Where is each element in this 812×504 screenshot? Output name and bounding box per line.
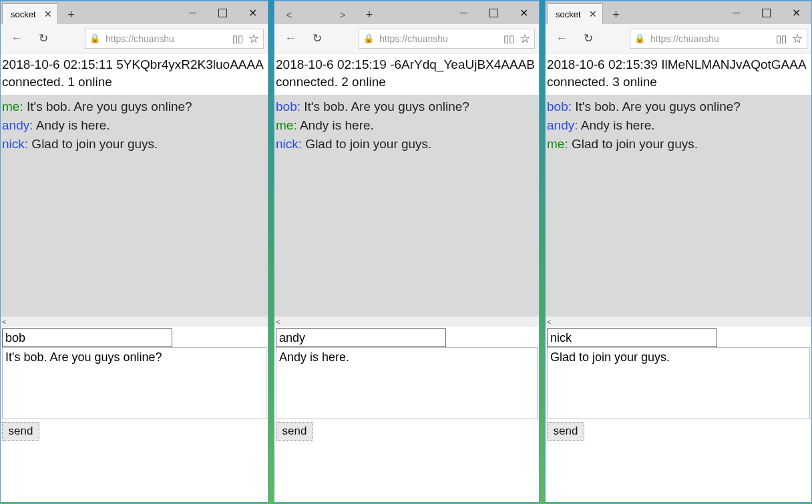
status-line-1: 2018-10-6 02:15:19 -6ArYdq_YeaUjBX4AAAB (276, 56, 538, 73)
chat-message: bob: It's bob. Are you guys online? (547, 97, 810, 116)
favorite-icon[interactable]: ☆ (520, 31, 530, 46)
chat-text: Andy is here. (578, 118, 654, 132)
chat-text: Andy is here. (33, 118, 110, 132)
tab-label: socket (11, 9, 36, 19)
chat-message: andy: Andy is here. (547, 116, 810, 135)
address-bar-row: ← ↻ 🔒 https://chuanshu ▯▯ ☆ (546, 24, 811, 53)
chat-log: bob: It's bob. Are you guys online?andy:… (546, 95, 811, 327)
tabstrip: < > + (274, 1, 449, 24)
tab-label: socket (556, 9, 581, 19)
minimize-button[interactable] (721, 1, 751, 24)
chat-sender: me: (2, 99, 23, 113)
chat-message: nick: Glad to join your guys. (276, 135, 538, 154)
chat-message: bob: It's bob. Are you guys online? (276, 97, 538, 116)
lock-icon: 🔒 (363, 33, 374, 43)
tabstrip: socket ✕ + (1, 1, 178, 24)
status-text: 2018-10-6 02:15:39 IlMeNLMANJvAQotGAAA c… (546, 53, 811, 95)
back-button[interactable]: ← (5, 27, 29, 51)
favorite-icon[interactable]: ☆ (792, 31, 803, 46)
username-input[interactable] (2, 328, 172, 347)
reading-view-icon[interactable]: ▯▯ (232, 33, 243, 45)
browser-tab[interactable]: socket ✕ (547, 3, 603, 24)
chat-text: It's bob. Are you guys online? (300, 99, 469, 113)
horizontal-scrollbar[interactable]: < (546, 316, 811, 327)
chat-text: It's bob. Are you guys online? (572, 99, 741, 113)
chat-sender: bob: (276, 99, 300, 113)
chat-sender: nick: (2, 137, 28, 151)
chat-sender: bob: (547, 99, 572, 113)
close-tab-icon[interactable]: ✕ (44, 9, 52, 19)
reading-view-icon[interactable]: ▯▯ (776, 33, 787, 45)
new-tab-button[interactable]: + (603, 3, 630, 24)
chat-message: me: It's bob. Are you guys online? (2, 97, 266, 116)
chat-message: me: Glad to join your guys. (547, 135, 810, 154)
lock-icon: 🔒 (89, 33, 100, 43)
window-controls: ✕ (178, 1, 268, 24)
browser-window-2: < > + ✕ ← ↻ 🔒 https://chuanshu ▯▯ ☆ 2018… (274, 0, 540, 503)
chat-sender: andy: (547, 118, 578, 132)
status-line-1: 2018-10-6 02:15:39 IlMeNLMANJvAQotGAAA (547, 56, 810, 73)
close-window-button[interactable]: ✕ (238, 1, 268, 24)
refresh-button[interactable]: ↻ (31, 27, 55, 51)
browser-window-1: socket ✕ + ✕ ← ↻ 🔒 https://chuanshu ▯▯ ☆… (0, 0, 268, 503)
username-input[interactable] (276, 328, 446, 347)
status-line-1: 2018-10-6 02:15:11 5YKQbr4yxR2K3luoAAAA (2, 56, 266, 73)
url-text: https://chuanshu (650, 33, 771, 44)
url-box[interactable]: 🔒 https://chuanshu ▯▯ ☆ (359, 29, 535, 49)
send-button[interactable]: send (276, 422, 313, 441)
back-button[interactable]: ← (550, 27, 574, 51)
url-box[interactable]: 🔒 https://chuanshu ▯▯ ☆ (85, 29, 264, 49)
minimize-button[interactable] (178, 1, 208, 24)
chat-text: Andy is here. (297, 118, 374, 132)
chat-sender: andy: (2, 118, 33, 132)
browser-tab[interactable]: socket ✕ (2, 3, 58, 24)
maximize-button[interactable] (479, 1, 509, 24)
titlebar: socket ✕ + ✕ (1, 1, 268, 24)
username-input[interactable] (547, 328, 717, 347)
close-window-button[interactable]: ✕ (509, 1, 539, 24)
chat-log: bob: It's bob. Are you guys online?me: A… (274, 95, 539, 327)
url-text: https://chuanshu (379, 33, 498, 44)
maximize-button[interactable] (208, 1, 238, 24)
minimize-button[interactable] (449, 1, 479, 24)
send-button[interactable]: send (2, 422, 39, 441)
close-tab-icon[interactable]: ✕ (589, 9, 597, 19)
chat-text: Glad to join your guys. (302, 137, 431, 151)
chat-text: It's bob. Are you guys online? (23, 99, 192, 113)
status-line-2: connected. 1 online (2, 73, 266, 91)
url-box[interactable]: 🔒 https://chuanshu ▯▯ ☆ (630, 29, 807, 49)
send-button[interactable]: send (547, 422, 584, 441)
address-bar-row: ← ↻ 🔒 https://chuanshu ▯▯ ☆ (1, 24, 268, 53)
lock-icon: 🔒 (634, 33, 645, 43)
window-controls: ✕ (449, 1, 539, 24)
new-tab-button[interactable]: + (58, 3, 85, 24)
status-line-2: connected. 3 online (547, 73, 810, 91)
new-tab-button[interactable]: + (356, 3, 383, 24)
window-controls: ✕ (721, 1, 811, 24)
address-bar-row: ← ↻ 🔒 https://chuanshu ▯▯ ☆ (274, 24, 539, 53)
status-text: 2018-10-6 02:15:19 -6ArYdq_YeaUjBX4AAAB … (274, 53, 539, 95)
chat-message: andy: Andy is here. (2, 116, 266, 135)
message-input[interactable] (276, 347, 538, 419)
titlebar: socket ✕ + ✕ (546, 1, 811, 24)
close-window-button[interactable]: ✕ (781, 1, 811, 24)
tab-back-button[interactable]: < (276, 3, 302, 24)
url-text: https://chuanshu (106, 33, 227, 44)
refresh-button[interactable]: ↻ (305, 27, 329, 51)
horizontal-scrollbar[interactable]: < (274, 316, 539, 327)
chat-text: Glad to join your guys. (568, 137, 698, 151)
maximize-button[interactable] (751, 1, 781, 24)
chat-sender: nick: (276, 137, 302, 151)
chat-message: nick: Glad to join your guys. (2, 135, 266, 154)
chat-sender: me: (547, 137, 568, 151)
message-input[interactable] (2, 347, 266, 419)
titlebar: < > + ✕ (274, 1, 539, 24)
horizontal-scrollbar[interactable]: < (1, 316, 268, 327)
reading-view-icon[interactable]: ▯▯ (503, 33, 514, 45)
tabstrip: socket ✕ + (546, 1, 721, 24)
refresh-button[interactable]: ↻ (576, 27, 600, 51)
favorite-icon[interactable]: ☆ (248, 31, 259, 46)
message-input[interactable] (547, 347, 810, 419)
tab-forward-button[interactable]: > (329, 3, 356, 24)
back-button[interactable]: ← (278, 27, 302, 51)
